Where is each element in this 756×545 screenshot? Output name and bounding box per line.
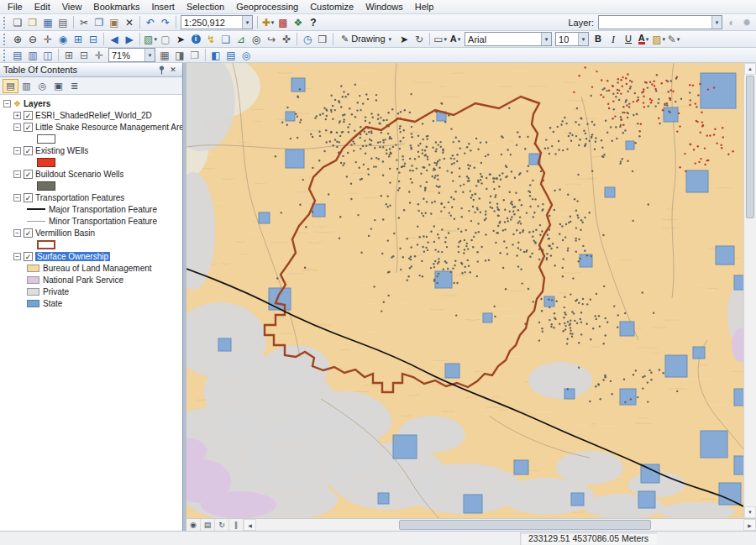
layer-label[interactable]: Major Transportation Feature xyxy=(49,205,157,214)
layer-label[interactable]: Layers xyxy=(24,99,50,108)
layout-view-tab[interactable]: ▤ xyxy=(201,519,215,531)
scroll-right-button[interactable]: ▶ xyxy=(743,519,756,531)
layer-label[interactable]: Private xyxy=(43,287,69,296)
legend-line-symbol[interactable] xyxy=(27,221,45,222)
select-features-button[interactable]: ▧▾ xyxy=(143,32,158,46)
scroll-down-button[interactable]: ▼ xyxy=(744,506,756,518)
zoom-100-button[interactable]: ▥ xyxy=(25,48,40,62)
shape-tool-button[interactable]: ▭▾ xyxy=(433,32,448,46)
forward-extent-button[interactable]: ▶ xyxy=(122,32,137,46)
rotate-element-button[interactable]: ↻ xyxy=(412,32,427,46)
go-to-xy-button[interactable]: ✜ xyxy=(279,32,294,46)
collapse-box[interactable]: − xyxy=(13,194,21,202)
select-elements-button[interactable]: ➤ xyxy=(173,32,188,46)
font-color-button[interactable]: A▾ xyxy=(636,32,651,46)
menu-item-edit[interactable]: Edit xyxy=(29,1,56,13)
viewer-window-button[interactable]: ❒ xyxy=(315,32,330,46)
toc-window-button[interactable]: ◧ xyxy=(208,48,223,62)
menu-item-view[interactable]: View xyxy=(56,1,88,13)
paste-button[interactable]: ▣ xyxy=(107,15,122,29)
legend-swatch[interactable] xyxy=(27,265,39,272)
redo-button[interactable]: ↷ xyxy=(158,15,173,29)
collapse-box[interactable]: − xyxy=(13,253,21,260)
python-window-button[interactable]: ❖ xyxy=(291,15,306,29)
close-icon[interactable]: ✕ xyxy=(167,65,179,76)
map-canvas[interactable] xyxy=(186,63,743,518)
print-button[interactable]: ▤ xyxy=(55,15,71,29)
layer-checkbox[interactable]: ✓ xyxy=(24,193,33,202)
open-button[interactable]: ❒ xyxy=(25,15,40,29)
toolbar-grip[interactable] xyxy=(3,50,7,61)
layer-checkbox[interactable]: ✓ xyxy=(24,252,33,261)
collapse-box[interactable]: − xyxy=(13,123,21,131)
html-popup-button[interactable]: ❑ xyxy=(218,32,234,46)
layer-checkbox[interactable]: ✓ xyxy=(24,111,33,120)
focus-data-frame-button[interactable]: ◨ xyxy=(172,48,187,62)
fill-color-button[interactable]: ▨▾ xyxy=(651,32,666,46)
search-window-button[interactable]: ◎ xyxy=(239,48,254,62)
list-by-drawing-order-button[interactable]: ▤ xyxy=(3,79,18,93)
zoom-out-button[interactable]: ⊖ xyxy=(25,32,40,46)
layer-label[interactable]: National Park Service xyxy=(43,275,123,285)
legend-swatch[interactable] xyxy=(27,288,39,296)
layer-label[interactable]: Surface Ownership xyxy=(35,252,110,261)
line-color-button[interactable]: ✎▾ xyxy=(666,32,681,46)
legend-swatch[interactable] xyxy=(27,300,39,307)
fixed-zoom-out-button[interactable]: ⊟ xyxy=(86,32,101,46)
symbol-swatch[interactable] xyxy=(37,134,55,144)
drawing-menu-button[interactable]: ✎Drawing▾ xyxy=(336,32,396,46)
layer-label[interactable]: Little Snake Resource Management Area xyxy=(35,123,182,132)
layer-checkbox[interactable]: ✓ xyxy=(24,170,33,179)
layer-checkbox[interactable]: ✓ xyxy=(24,228,33,238)
layout-zoom-combo[interactable]: 71%▾ xyxy=(108,48,155,62)
legend-line-symbol[interactable] xyxy=(27,208,45,210)
menu-item-insert[interactable]: Insert xyxy=(145,1,181,13)
add-data-button[interactable]: ✚▾ xyxy=(260,15,276,29)
copy-button[interactable]: ❐ xyxy=(92,15,107,29)
refresh-view-button[interactable]: ↻ xyxy=(215,519,229,531)
pan-button[interactable]: ✛ xyxy=(40,32,55,46)
text-tool-button[interactable]: A▾ xyxy=(448,32,463,46)
cut-button[interactable]: ✂ xyxy=(76,15,92,29)
toolbar-grip[interactable] xyxy=(3,34,7,45)
menu-item-help[interactable]: Help xyxy=(409,1,440,13)
font-combo[interactable]: Arial▾ xyxy=(465,32,552,46)
layer-label[interactable]: Vermillion Basin xyxy=(35,228,95,238)
layout-fixed-zoom-out-button[interactable]: ⊟ xyxy=(76,48,92,62)
vertical-scroll-thumb[interactable] xyxy=(746,76,754,218)
hyperlink-button[interactable]: ↯ xyxy=(203,32,218,46)
arc-toolbox-button[interactable]: ▩ xyxy=(276,15,291,29)
layer-checkbox[interactable]: ✓ xyxy=(24,123,33,132)
draw-select-elements-button[interactable]: ➤ xyxy=(396,32,412,46)
layer-label[interactable]: Bureau of Land Management xyxy=(43,264,152,273)
expand-box[interactable]: + xyxy=(13,112,21,119)
save-button[interactable]: ▦ xyxy=(40,15,55,29)
layer-combo[interactable]: ▾ xyxy=(598,15,722,29)
scroll-left-button[interactable]: ◀ xyxy=(244,519,256,531)
map-horizontal-scrollbar[interactable]: ◀ ▶ xyxy=(244,519,756,531)
symbol-swatch[interactable] xyxy=(37,240,55,249)
list-by-selection-button[interactable]: ▣ xyxy=(50,79,66,93)
symbol-swatch[interactable] xyxy=(37,181,55,191)
layer-checkbox[interactable]: ✓ xyxy=(24,146,33,155)
zoom-whole-page-button[interactable]: ▤ xyxy=(10,48,25,62)
menu-item-selection[interactable]: Selection xyxy=(181,1,230,13)
menu-item-customize[interactable]: Customize xyxy=(304,1,360,13)
change-layout-button[interactable]: ❒ xyxy=(187,48,202,62)
catalog-window-button[interactable]: ▤ xyxy=(223,48,239,62)
italic-button[interactable]: I xyxy=(606,32,621,46)
measure-button[interactable]: ⊿ xyxy=(234,32,249,46)
collapse-box[interactable]: − xyxy=(3,100,11,107)
symbol-swatch[interactable] xyxy=(37,158,55,167)
layer-label[interactable]: ESRI_ShadedRelief_World_2D xyxy=(35,111,152,120)
collapse-box[interactable]: − xyxy=(13,170,21,178)
list-by-source-button[interactable]: ▥ xyxy=(18,79,34,93)
menu-item-geoprocessing[interactable]: Geoprocessing xyxy=(230,1,304,13)
horizontal-scroll-track[interactable] xyxy=(256,519,743,531)
pin-icon[interactable] xyxy=(155,65,167,76)
layer-label[interactable]: Minor Transportation Feature xyxy=(49,217,157,226)
map-image[interactable] xyxy=(186,63,743,518)
menu-item-bookmarks[interactable]: Bookmarks xyxy=(87,1,145,13)
horizontal-scroll-thumb[interactable] xyxy=(399,520,651,530)
map-scale-combo-arrow[interactable]: ▾ xyxy=(242,16,252,29)
